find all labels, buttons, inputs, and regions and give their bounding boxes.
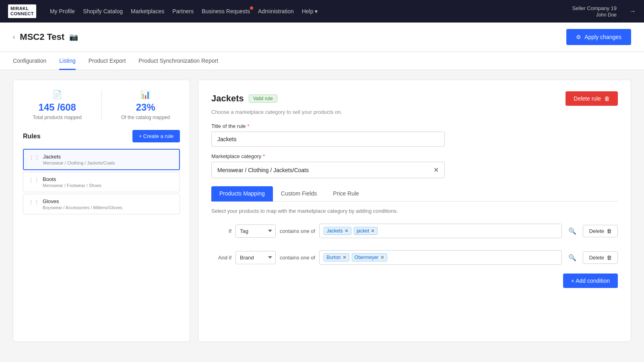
tab-listing[interactable]: Listing [59,52,75,70]
remove-tag-obermeyer[interactable]: ✕ [380,255,384,260]
tag-label: jacket [357,228,369,234]
stat-divider [101,90,102,120]
rule-header-row: Jackets Valid rule Delete rule 🗑 [211,91,618,106]
title-of-rule-label: Title of the rule * [211,123,618,129]
marketplace-category-label: Marketplace category * [211,153,618,159]
rule-item-gloves[interactable]: ⋮⋮ Gloves Boyswear / Accessories / Mitte… [23,194,180,214]
trash-icon: 🗑 [607,228,612,234]
drag-handle-icon: ⋮⋮ [28,177,39,183]
remove-tag-burton[interactable]: ✕ [343,255,347,260]
rule-name: Boots [43,176,101,182]
main-content: 📄 145 /608 Total products mapped 📊 23% O… [0,70,644,352]
stats-row: 📄 145 /608 Total products mapped 📊 23% O… [23,90,180,120]
condition-row-1: If Tag Brand Type Collection contains on… [211,220,618,241]
nav-administration[interactable]: Administration [258,8,294,14]
condition-tags-area-1[interactable]: Jackets ✕ jacket ✕ [319,224,562,238]
marketplace-category-select[interactable]: Menswear / Clothing / Jackets/Coats ✕ [211,162,445,178]
user-company: Seller Company 19 [572,5,617,11]
condition-operator-1: contains one of [280,228,315,234]
rule-path: Boyswear / Accessories / Mittens/Gloves [43,205,122,210]
camera-icon[interactable]: 📷 [69,33,78,41]
search-icon[interactable]: 🔍 [566,251,579,264]
tag-chip-obermeyer: Obermeyer ✕ [352,253,387,261]
rule-list: ⋮⋮ Jackets Menswear / Clothing / Jackets… [23,149,180,214]
sub-tab-price-rule[interactable]: Price Rule [325,186,367,202]
logo[interactable]: MIRAKL CONNECT [8,4,36,18]
mapping-subtitle: Select your products to map with the mar… [211,208,618,214]
rule-info-boots: Boots Menswear / Footwear / Shoes [43,176,101,188]
tab-product-sync-report[interactable]: Product Synchronization Report [138,52,218,70]
create-rule-button[interactable]: + Create a rule [132,130,180,142]
tag-label: Obermeyer [355,255,379,260]
user-name: John Doe [596,12,617,18]
catalog-percent-number: 23% [136,102,155,113]
tag-chip-burton: Burton ✕ [324,253,349,261]
condition-field-select-2[interactable]: Brand Tag Type Collection [235,251,276,264]
condition-field-select-1[interactable]: Tag Brand Type Collection [235,224,276,238]
rule-info-gloves: Gloves Boyswear / Accessories / Mittens/… [43,198,122,210]
condition-if-label: If [211,228,231,234]
rule-item-jackets[interactable]: ⋮⋮ Jackets Menswear / Clothing / Jackets… [23,149,180,170]
remove-tag-jacket[interactable]: ✕ [371,228,375,233]
tab-product-export[interactable]: Product Export [89,52,126,70]
category-value: Menswear / Clothing / Jackets/Coats [217,167,309,173]
rule-name: Jackets [43,154,115,160]
logo-box: MIRAKL CONNECT [8,4,36,18]
back-arrow-icon[interactable]: ‹ [13,33,15,41]
delete-rule-button[interactable]: Delete rule 🗑 [566,91,618,106]
left-panel: 📄 145 /608 Total products mapped 📊 23% O… [13,80,190,342]
add-condition-row: + Add condition [211,274,618,288]
condition-andif-label: And if [211,255,231,261]
page-header: ‹ MSC2 Test 📷 ⚙ Apply changes [0,23,644,52]
nav-marketplaces[interactable]: Marketplaces [131,8,164,14]
delete-condition-2-button[interactable]: Delete 🗑 [583,251,618,264]
rule-path: Menswear / Clothing / Jackets/Coats [43,160,115,165]
rule-path: Menswear / Footwear / Shoes [43,183,101,188]
sub-tab-custom-fields[interactable]: Custom Fields [273,186,325,202]
remove-tag-jackets[interactable]: ✕ [345,228,349,233]
user-info: Seller Company 19 John Doe [572,5,617,18]
add-condition-button[interactable]: + Add condition [563,274,618,288]
nav-help[interactable]: Help ▾ [302,8,318,14]
tag-chip-jacket: jacket ✕ [354,227,378,235]
rule-name: Gloves [43,198,122,204]
settings-icon-button[interactable]: → [630,8,636,15]
rules-title: Rules [23,133,41,140]
title-of-rule-input[interactable] [211,132,445,147]
rule-item-boots[interactable]: ⋮⋮ Boots Menswear / Footwear / Shoes [23,172,180,192]
catalog-percent-label: Of the catalog mapped [121,115,170,120]
category-clear-icon[interactable]: ✕ [433,166,439,174]
search-icon[interactable]: 🔍 [566,225,579,237]
rule-title: Jackets [211,93,244,104]
tab-configuration[interactable]: Configuration [13,52,46,70]
condition-tags-area-2[interactable]: Burton ✕ Obermeyer ✕ [319,250,562,265]
rule-subtitle: Choose a marketplace category to sell yo… [211,109,618,115]
required-star: * [263,153,265,159]
total-mapped-label: Total products mapped [33,115,82,120]
delete-condition-1-button[interactable]: Delete 🗑 [583,225,618,237]
stat-total-mapped: 📄 145 /608 Total products mapped [23,90,92,120]
condition-row-2: And if Brand Tag Type Collection contain… [211,247,618,268]
nav-shopify-catalog[interactable]: Shopify Catalog [83,8,123,14]
right-panel: Jackets Valid rule Delete rule 🗑 Choose … [198,80,631,342]
valid-rule-badge: Valid rule [249,95,277,103]
top-navigation: MIRAKL CONNECT My Profile Shopify Catalo… [0,0,644,23]
tabs-bar: Configuration Listing Product Export Pro… [0,52,644,70]
page-title: MSC2 Test [20,32,64,42]
nav-partners[interactable]: Partners [172,8,194,14]
rule-info-jackets: Jackets Menswear / Clothing / Jackets/Co… [43,154,115,165]
sub-tabs: Products Mapping Custom Fields Price Rul… [211,186,618,202]
nav-my-profile[interactable]: My Profile [50,8,75,14]
apply-changes-button[interactable]: ⚙ Apply changes [566,29,631,45]
sub-tab-products-mapping[interactable]: Products Mapping [211,186,273,202]
stat-catalog-percent: 📊 23% Of the catalog mapped [111,90,180,120]
trash-icon: 🗑 [604,95,610,102]
notification-dot [250,6,253,10]
document-icon: 📄 [52,90,62,99]
title-form-section: Title of the rule * [211,123,618,147]
trash-icon: 🗑 [607,255,612,261]
tag-label: Jackets [326,228,343,234]
nav-business-requests[interactable]: Business Requests [202,8,250,14]
nav-links: My Profile Shopify Catalog Marketplaces … [50,8,563,14]
drag-handle-icon: ⋮⋮ [29,154,40,161]
